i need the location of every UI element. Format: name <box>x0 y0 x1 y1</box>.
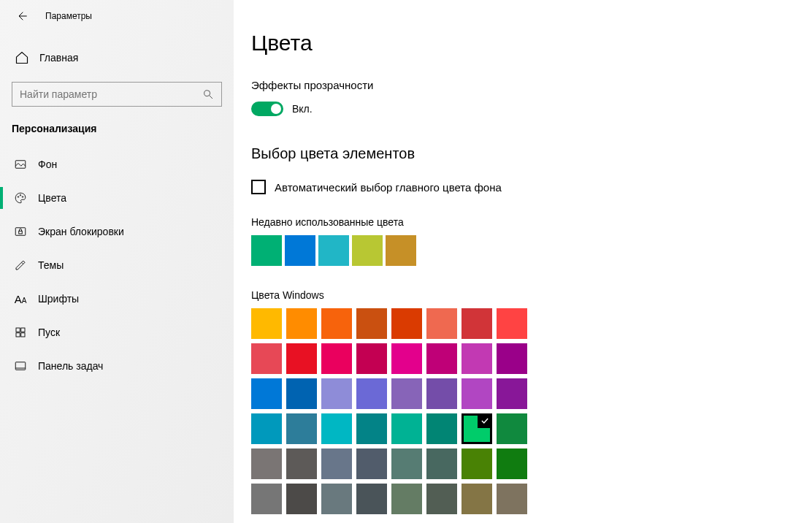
windows-color-swatch[interactable] <box>391 484 422 514</box>
recent-color-swatch[interactable] <box>251 235 282 266</box>
windows-color-swatch[interactable] <box>497 413 527 444</box>
windows-color-swatch[interactable] <box>497 484 527 514</box>
windows-color-swatch[interactable] <box>356 484 387 514</box>
windows-color-swatch[interactable] <box>251 448 282 479</box>
svg-rect-9 <box>16 333 20 337</box>
topbar: Параметры <box>0 0 234 32</box>
svg-point-4 <box>22 196 23 198</box>
transparency-state-text: Вкл. <box>292 103 313 115</box>
windows-color-swatch[interactable] <box>251 484 282 514</box>
windows-color-swatch[interactable] <box>321 484 352 514</box>
windows-color-swatch[interactable] <box>286 484 317 514</box>
windows-color-swatch[interactable] <box>356 378 387 409</box>
windows-colors-label: Цвета Windows <box>251 289 812 301</box>
recent-color-swatch[interactable] <box>285 235 315 266</box>
windows-color-swatch[interactable] <box>461 343 492 374</box>
windows-color-swatch[interactable] <box>497 448 527 479</box>
windows-color-swatch[interactable] <box>321 343 352 374</box>
auto-pick-row: Автоматический выбор главного цвета фона <box>251 180 812 194</box>
windows-color-swatch[interactable] <box>461 484 492 514</box>
nav-item-taskbar[interactable]: Панель задач <box>0 349 234 383</box>
nav-item-themes[interactable]: Темы <box>0 248 234 282</box>
windows-color-swatch[interactable] <box>286 378 317 409</box>
nav-item-label: Шрифты <box>38 293 79 305</box>
windows-color-swatch[interactable] <box>286 448 317 479</box>
windows-color-swatch[interactable] <box>251 378 282 409</box>
windows-color-swatch[interactable] <box>426 484 457 514</box>
nav-item-label: Темы <box>38 259 64 271</box>
windows-color-swatch[interactable] <box>461 378 492 409</box>
nav: ФонЦветаЭкран блокировкиТемыAAШрифтыПуск… <box>0 148 234 383</box>
windows-color-swatch[interactable] <box>426 448 457 479</box>
windows-color-swatch[interactable] <box>497 378 527 409</box>
page-title: Цвета <box>251 31 812 56</box>
recent-colors-label: Недавно использованные цвета <box>251 216 812 228</box>
windows-color-swatch[interactable] <box>426 378 457 409</box>
windows-color-swatch[interactable] <box>321 413 352 444</box>
windows-color-swatch[interactable] <box>286 308 317 339</box>
fonts-icon: AA <box>13 291 28 306</box>
nav-item-label: Цвета <box>38 192 66 204</box>
windows-color-swatch[interactable] <box>251 343 282 374</box>
windows-color-swatch[interactable] <box>356 448 387 479</box>
search-box[interactable] <box>12 82 222 107</box>
lockscreen-icon <box>13 224 28 239</box>
windows-color-swatch[interactable] <box>356 308 387 339</box>
recent-colors-row <box>251 235 812 266</box>
svg-point-3 <box>20 195 21 196</box>
windows-color-swatch[interactable] <box>461 448 492 479</box>
windows-color-swatch[interactable] <box>286 343 317 374</box>
search-icon <box>202 88 214 100</box>
sidebar: Параметры Главная Персонализация ФонЦвет… <box>0 0 234 523</box>
home-icon <box>15 50 29 65</box>
checkmark-icon <box>478 413 492 428</box>
auto-pick-checkbox[interactable] <box>251 180 266 194</box>
themes-icon <box>13 258 28 272</box>
transparency-toggle[interactable] <box>251 102 283 116</box>
windows-color-swatch[interactable] <box>391 308 422 339</box>
home-link[interactable]: Главная <box>0 42 234 73</box>
nav-item-background[interactable]: Фон <box>0 148 234 181</box>
back-arrow-icon <box>16 10 28 22</box>
svg-rect-7 <box>16 328 20 332</box>
transparency-label: Эффекты прозрачности <box>251 79 812 91</box>
windows-color-swatch[interactable] <box>426 413 457 444</box>
windows-color-swatch[interactable] <box>426 308 457 339</box>
windows-color-swatch[interactable] <box>391 413 422 444</box>
transparency-toggle-row: Вкл. <box>251 102 812 116</box>
svg-rect-10 <box>21 333 25 337</box>
nav-item-lockscreen[interactable]: Экран блокировки <box>0 215 234 248</box>
recent-color-swatch[interactable] <box>318 235 349 266</box>
auto-pick-label: Автоматический выбор главного цвета фона <box>275 181 502 194</box>
svg-point-2 <box>18 196 19 198</box>
windows-color-swatch[interactable] <box>356 343 387 374</box>
nav-item-fonts[interactable]: AAШрифты <box>0 282 234 316</box>
nav-item-colors[interactable]: Цвета <box>0 181 234 215</box>
back-button[interactable] <box>15 9 29 23</box>
windows-color-swatch[interactable] <box>251 308 282 339</box>
windows-color-swatch[interactable] <box>321 308 352 339</box>
windows-color-swatch[interactable] <box>391 343 422 374</box>
windows-color-swatch[interactable] <box>426 343 457 374</box>
windows-color-swatch[interactable] <box>497 308 527 339</box>
home-label: Главная <box>39 52 78 64</box>
recent-color-swatch[interactable] <box>352 235 383 266</box>
accent-section-title: Выбор цвета элементов <box>251 145 812 162</box>
search-input[interactable] <box>20 88 202 100</box>
svg-rect-6 <box>19 231 23 234</box>
windows-color-swatch[interactable] <box>356 413 387 444</box>
windows-color-swatch[interactable] <box>391 448 422 479</box>
windows-color-swatch[interactable] <box>321 448 352 479</box>
nav-item-start[interactable]: Пуск <box>0 316 234 349</box>
windows-color-swatch[interactable] <box>286 413 317 444</box>
svg-rect-8 <box>21 328 25 332</box>
windows-color-swatch[interactable] <box>321 378 352 409</box>
windows-color-swatch[interactable] <box>461 413 492 444</box>
windows-color-swatch[interactable] <box>497 343 527 374</box>
windows-colors-grid <box>251 308 812 516</box>
recent-color-swatch[interactable] <box>386 235 416 266</box>
windows-color-swatch[interactable] <box>251 413 282 444</box>
windows-color-swatch[interactable] <box>461 308 492 339</box>
taskbar-icon <box>13 359 28 373</box>
windows-color-swatch[interactable] <box>391 378 422 409</box>
